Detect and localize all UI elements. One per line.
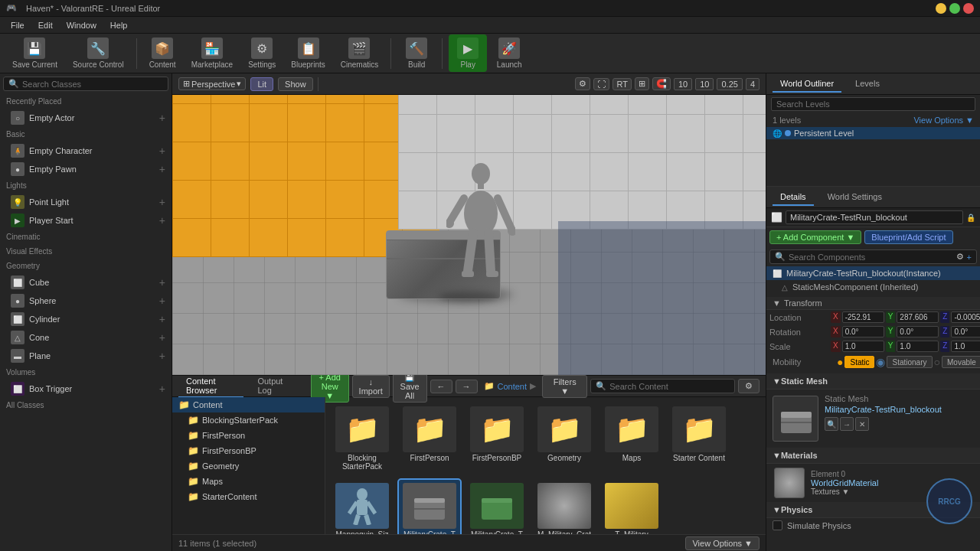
view-options-levels-btn[interactable]: View Options ▼	[913, 116, 974, 125]
mobility-static-btn[interactable]: Static	[844, 356, 874, 368]
mobility-stationary-btn[interactable]: Stationary	[887, 356, 932, 368]
minimize-btn[interactable]	[936, 3, 946, 14]
menu-help[interactable]: Help	[104, 19, 134, 31]
section-recently-placed[interactable]: Recently Placed	[0, 94, 172, 109]
build-btn[interactable]: 🔨 Build	[397, 34, 436, 72]
lit-btn[interactable]: Lit	[250, 77, 273, 91]
titlebar-controls[interactable]	[936, 3, 974, 14]
filters-btn[interactable]: Filters ▼	[542, 375, 587, 398]
section-geometry[interactable]: Geometry	[0, 259, 172, 273]
section-lights[interactable]: Lights	[0, 178, 172, 193]
wo-persistent-level[interactable]: 🌐 Persistent Level	[766, 127, 980, 139]
sm-clear-btn[interactable]: ✕	[855, 417, 869, 431]
path-starter[interactable]: 📁 StarterContent	[172, 489, 325, 504]
scale-z-input[interactable]	[951, 341, 980, 352]
nav-fwd-btn[interactable]: →	[456, 380, 478, 393]
nav-back-btn[interactable]: ←	[430, 380, 452, 393]
vp-maximize-btn[interactable]: ⛶	[593, 78, 609, 90]
loc-x-input[interactable]	[842, 311, 884, 323]
asset-blocking[interactable]: 📁 Blocking StarterPack	[332, 403, 393, 474]
search-content-input[interactable]	[609, 382, 730, 391]
loc-z-input[interactable]	[951, 311, 980, 323]
path-firstperson[interactable]: 📁 FirstPerson	[172, 428, 325, 443]
asset-firstpersonbp[interactable]: 📁 FirstPersonBP	[466, 403, 528, 474]
settings-btn[interactable]: ⚙ Settings	[242, 34, 282, 72]
show-btn[interactable]: Show	[278, 77, 313, 91]
sphere-add-btn[interactable]: +	[159, 295, 165, 307]
path-firstpersonbp[interactable]: 📁 FirstPersonBP	[172, 443, 325, 458]
actor-lock-btn[interactable]: 🔒	[966, 214, 975, 222]
path-maps[interactable]: 📁 Maps	[172, 474, 325, 489]
asset-m-military[interactable]: M_Military_Crate	[534, 480, 595, 534]
blueprint-btn[interactable]: Blueprint/Add Script	[864, 230, 952, 244]
component-instance[interactable]: ⬜ MilitaryCrate-TestRun_blockout(Instanc…	[766, 266, 980, 280]
import-btn[interactable]: ↓ Import	[352, 375, 390, 398]
cylinder-add-btn[interactable]: +	[159, 313, 165, 325]
content-btn[interactable]: 📦 Content	[143, 34, 182, 72]
asset-starter[interactable]: 📁 Starter Content	[668, 403, 730, 474]
cinematics-btn[interactable]: 🎬 Cinematics	[335, 34, 384, 72]
blueprints-btn[interactable]: 📋 Blueprints	[285, 34, 331, 72]
marketplace-btn[interactable]: 🏪 Marketplace	[185, 34, 239, 72]
path-geometry[interactable]: 📁 Geometry	[172, 458, 325, 474]
section-visual-effects[interactable]: Visual Effects	[0, 244, 172, 259]
mobility-movable-btn[interactable]: Movable	[942, 356, 980, 368]
actor-plane[interactable]: ▬ Plane +	[0, 347, 172, 365]
cone-add-btn[interactable]: +	[159, 331, 165, 344]
asset-geometry[interactable]: 📁 Geometry	[534, 403, 595, 474]
actor-point-light[interactable]: 💡 Point Light +	[0, 193, 172, 211]
loc-y-input[interactable]	[897, 311, 939, 323]
actor-cube[interactable]: ⬜ Cube +	[0, 273, 172, 292]
tab-details[interactable]: Details	[773, 189, 814, 206]
plane-add-btn[interactable]: +	[159, 350, 165, 362]
scale-y-input[interactable]	[897, 341, 939, 352]
tab-world-settings[interactable]: World Settings	[820, 189, 890, 206]
section-all-classes[interactable]: All Classes	[0, 398, 172, 412]
vp-snap-btn[interactable]: 🧲	[652, 77, 671, 90]
actor-box-trigger[interactable]: ⬜ Box Trigger +	[0, 380, 172, 398]
path-content[interactable]: 📁 Content	[172, 397, 325, 412]
rot-y-input[interactable]	[897, 326, 939, 337]
player-start-add-btn[interactable]: +	[159, 214, 165, 227]
add-component-small-btn[interactable]: +	[967, 253, 972, 262]
asset-firstperson[interactable]: 📁 FirstPerson	[399, 403, 460, 474]
sm-goto-btn[interactable]: →	[840, 417, 854, 431]
actor-cone[interactable]: △ Cone +	[0, 328, 172, 347]
asset-military-game[interactable]: MilitaryCrate_TestRun_GameAsset	[466, 480, 528, 534]
actor-empty-actor[interactable]: ○ Empty Actor +	[0, 109, 172, 127]
section-volumes[interactable]: Volumes	[0, 365, 172, 380]
close-btn[interactable]	[963, 3, 974, 14]
play-btn[interactable]: ▶ Play	[449, 34, 487, 72]
box-trigger-add-btn[interactable]: +	[159, 383, 165, 395]
actor-name-input[interactable]	[786, 210, 963, 224]
search-components-input[interactable]	[789, 253, 953, 262]
viewport-canvas[interactable]	[172, 95, 766, 375]
scale-x-input[interactable]	[842, 341, 884, 352]
empty-pawn-add-btn[interactable]: +	[159, 163, 165, 175]
rot-x-input[interactable]	[842, 326, 884, 337]
perspective-dropdown[interactable]: ⊞ Perspective ▾	[178, 77, 246, 90]
asset-mannequin[interactable]: Mannequin_SizeRef	[332, 480, 393, 534]
tab-levels[interactable]: Levels	[848, 76, 887, 93]
view-options-btn[interactable]: View Options ▼	[685, 536, 760, 550]
wo-search-input[interactable]	[771, 97, 975, 111]
sm-name[interactable]: MilitaryCrate-TestRun_blockout	[825, 405, 977, 414]
source-control-btn[interactable]: 🔧 Source Control	[67, 34, 130, 72]
launch-btn[interactable]: 🚀 Launch	[490, 34, 528, 72]
tab-world-outliner[interactable]: World Outliner	[773, 76, 841, 93]
section-basic[interactable]: Basic	[0, 127, 172, 142]
path-blocking[interactable]: 📁 BlockingStarterPack	[172, 412, 325, 428]
vp-settings-btn[interactable]: ⚙	[575, 77, 590, 90]
simulate-checkbox[interactable]	[773, 520, 782, 530]
actor-empty-character[interactable]: 🧍 Empty Character +	[0, 142, 172, 160]
add-component-btn[interactable]: + Add Component ▼	[769, 230, 861, 244]
menu-edit[interactable]: Edit	[32, 19, 59, 31]
menu-window[interactable]: Window	[60, 19, 103, 31]
section-cinematic[interactable]: Cinematic	[0, 230, 172, 244]
asset-maps[interactable]: 📁 Maps	[601, 403, 662, 474]
empty-actor-add-btn[interactable]: +	[159, 112, 165, 124]
asset-military-crate[interactable]: MilitaryCrate_TestRun_blockout	[399, 480, 460, 534]
rot-z-input[interactable]	[951, 326, 980, 337]
search-classes-input[interactable]	[22, 80, 163, 89]
empty-char-add-btn[interactable]: +	[159, 145, 165, 157]
